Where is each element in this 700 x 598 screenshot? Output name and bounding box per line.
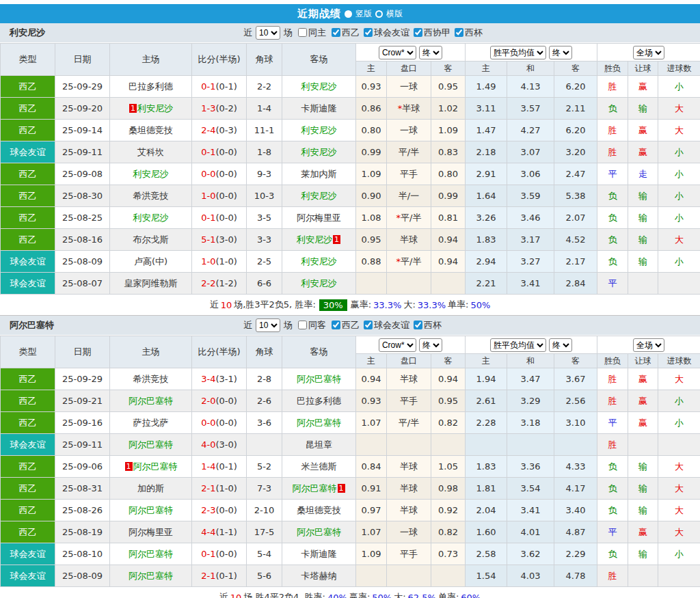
match-date: 25-09-14 bbox=[55, 120, 110, 141]
col-away: 客场 bbox=[282, 44, 356, 76]
avg-stage-select[interactable]: 终 bbox=[549, 338, 572, 352]
away-team: 昆坦章 bbox=[282, 434, 356, 456]
match-score: 0-1(0-1) bbox=[192, 76, 247, 98]
avg-away-odds: 3.40 bbox=[554, 500, 597, 521]
avg-draw-odds: 3.06 bbox=[507, 163, 554, 185]
crown-handicap: 平手 bbox=[387, 390, 431, 412]
sub-crown-away: 客 bbox=[431, 62, 466, 76]
league-filter[interactable]: 西杯 bbox=[409, 320, 442, 330]
same-venue-checkbox[interactable] bbox=[298, 28, 307, 37]
team-name: 利安尼沙 bbox=[0, 27, 243, 39]
summary-row: 近10场,胜3平2负5, 胜率:30%赢率:33.3%大:33.3%单率:50% bbox=[0, 295, 700, 316]
away-team: 利安尼沙 bbox=[282, 251, 356, 273]
vertical-layout-label[interactable]: 竖版 bbox=[355, 8, 372, 20]
crown-company-select[interactable]: Crow* bbox=[379, 338, 416, 352]
crown-away-odds: 0.82 bbox=[431, 521, 466, 543]
match-date: 25-08-19 bbox=[55, 521, 110, 543]
crown-handicap: 半球 bbox=[387, 500, 431, 521]
corner-score: 10-3 bbox=[247, 185, 282, 207]
avg-away-odds: 6.20 bbox=[554, 76, 597, 98]
home-team: 希洪竞技 bbox=[110, 185, 192, 207]
crown-away-odds bbox=[431, 273, 466, 295]
league-filter[interactable]: 球会友谊 bbox=[360, 320, 409, 330]
match-score: 1-0(0-0) bbox=[192, 185, 247, 207]
away-team: 卡斯迪隆 bbox=[282, 98, 356, 120]
crown-home-odds: 0.91 bbox=[356, 478, 387, 500]
team-label: 希洪竞技 bbox=[133, 191, 169, 201]
scope-select[interactable]: 全场 bbox=[633, 338, 664, 352]
crown-stage-select[interactable]: 终 bbox=[419, 46, 442, 59]
sub-wdl: 胜负 bbox=[597, 62, 628, 76]
avg-type-select[interactable]: 胜平负均值 bbox=[490, 46, 546, 59]
horizontal-layout-radio-icon[interactable] bbox=[375, 10, 383, 18]
col-date: 日期 bbox=[55, 44, 110, 76]
league-checkbox[interactable] bbox=[332, 28, 340, 37]
league-checkbox[interactable] bbox=[332, 321, 340, 329]
league-filter[interactable]: 球会友谊 bbox=[360, 27, 409, 38]
home-team: 阿尔梅里亚 bbox=[110, 521, 192, 543]
home-team: 利安尼沙 bbox=[110, 207, 192, 229]
home-team: 利安尼沙 bbox=[110, 163, 192, 185]
crown-company-select[interactable]: Crow* bbox=[379, 46, 416, 59]
vertical-layout-radio-icon[interactable] bbox=[345, 10, 352, 18]
red-number-badge: 1 bbox=[333, 235, 340, 244]
match-type: 西乙 bbox=[1, 456, 55, 478]
league-checkbox[interactable] bbox=[414, 321, 422, 329]
home-team: 萨拉戈萨 bbox=[110, 412, 192, 434]
league-checkbox[interactable] bbox=[414, 28, 422, 37]
near-label: 近 bbox=[243, 27, 252, 39]
team-label: 利安尼沙 bbox=[301, 256, 337, 267]
matches-table: 类型 日期 主场 比分(半场) 角球 客场 Crow* 终 胜平负均值 终 全场 bbox=[0, 336, 700, 587]
avg-stage-select[interactable]: 终 bbox=[549, 46, 572, 59]
same-venue-checkbox[interactable] bbox=[298, 321, 307, 329]
result-goals: 大 bbox=[658, 98, 700, 120]
match-score: 2-2(1-2) bbox=[192, 273, 247, 295]
crown-handicap: 半/一 bbox=[387, 185, 431, 207]
corner-score: 9-3 bbox=[247, 163, 282, 185]
corner-score: 2-6 bbox=[247, 390, 282, 412]
col-corner: 角球 bbox=[247, 336, 282, 368]
match-type: 球会友谊 bbox=[1, 565, 55, 587]
result-goals: 大 bbox=[658, 500, 700, 521]
league-checkbox[interactable] bbox=[364, 28, 373, 37]
result-handicap bbox=[628, 565, 658, 587]
match-date: 25-09-08 bbox=[55, 163, 110, 185]
stat-label: 大: bbox=[403, 299, 415, 311]
same-venue-filter[interactable]: 同主 bbox=[294, 27, 326, 39]
avg-type-select[interactable]: 胜平负均值 bbox=[490, 338, 546, 352]
match-type: 西乙 bbox=[1, 98, 55, 120]
avg-draw-odds: 4.01 bbox=[507, 521, 554, 543]
match-date: 25-09-11 bbox=[55, 434, 110, 456]
result-goals bbox=[658, 434, 700, 456]
rounds-select[interactable]: 10 bbox=[256, 26, 280, 40]
league-filter[interactable]: 西乙 bbox=[327, 27, 360, 38]
league-checkbox[interactable] bbox=[364, 321, 373, 329]
league-checkbox[interactable] bbox=[455, 28, 463, 37]
rounds-select[interactable]: 10 bbox=[256, 318, 280, 332]
horizontal-layout-label[interactable]: 横版 bbox=[386, 8, 403, 20]
avg-home-odds: 1.94 bbox=[466, 368, 507, 390]
sub-avg-away: 客 bbox=[554, 62, 597, 76]
home-team: 1利安尼沙 bbox=[110, 98, 192, 120]
crown-stage-select[interactable]: 终 bbox=[419, 338, 442, 352]
match-row: 西乙25-08-19阿尔梅里亚4-4(1-1)17-5阿尔巴塞特1.07一球0.… bbox=[1, 521, 700, 543]
scope-select[interactable]: 全场 bbox=[633, 46, 664, 59]
match-date: 25-08-26 bbox=[55, 500, 110, 521]
match-score: 2-0(0-0) bbox=[192, 390, 247, 412]
stat-value: 33.3% bbox=[418, 300, 446, 310]
avg-draw-odds: 4.03 bbox=[507, 565, 554, 587]
match-row: 西乙25-08-16布尔戈斯5-1(3-0)3-3利安尼沙10.95半球0.94… bbox=[1, 229, 700, 251]
avg-odds-group: 胜平负均值 终 bbox=[466, 336, 597, 354]
result-goals: 小 bbox=[658, 76, 700, 98]
league-filter[interactable]: 西协甲 bbox=[409, 27, 450, 38]
same-venue-filter[interactable]: 同客 bbox=[294, 319, 326, 331]
stat-value: 62.5% bbox=[408, 593, 436, 598]
avg-away-odds: 2.84 bbox=[554, 273, 597, 295]
sub-handicap-result: 让球 bbox=[628, 354, 658, 368]
team-label: 皇家阿维勒斯 bbox=[124, 278, 178, 288]
league-filter[interactable]: 西杯 bbox=[450, 27, 483, 38]
league-filter[interactable]: 西乙 bbox=[327, 320, 360, 330]
result-goals: 小 bbox=[658, 251, 700, 273]
avg-away-odds: 2.56 bbox=[554, 390, 597, 412]
corner-score: 2-10 bbox=[247, 500, 282, 521]
